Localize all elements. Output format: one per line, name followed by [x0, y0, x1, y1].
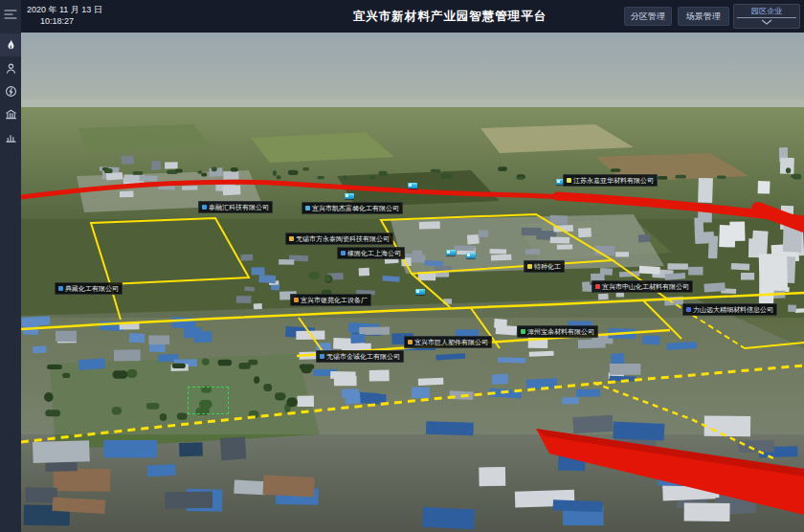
map-company-label[interactable]: 特种化工 — [524, 260, 565, 273]
map-company-label[interactable]: 宜兴市中山化工材料有限公司 — [592, 280, 693, 293]
scene-manage-button[interactable]: 场景管理 — [678, 7, 729, 26]
company-marker-icon — [294, 298, 299, 302]
sidebar-item-menu[interactable] — [0, 3, 21, 26]
sidebar-item-user[interactable] — [0, 56, 21, 79]
vehicle-marker[interactable] — [446, 250, 456, 255]
company-marker-icon — [289, 236, 294, 241]
company-label-text: 特种化工 — [534, 262, 561, 271]
company-label-text: 宜兴市凯杰富馨化工有限公司 — [312, 204, 399, 212]
top-header-bar: 2020 年 11 月 13 日 10:18:27 宜兴市新材料产业园智慧管理平… — [0, 0, 804, 33]
company-marker-icon — [527, 264, 532, 269]
company-label-text: 宜兴市巨人塑件有限公司 — [414, 338, 488, 346]
chevron-down-icon — [761, 19, 772, 25]
map-company-label[interactable]: 无锡市方永泰陶瓷科技有限公司 — [285, 233, 393, 245]
map-company-label[interactable]: 宜兴市银苑化工设备厂 — [290, 294, 371, 306]
company-marker-icon — [567, 178, 571, 183]
datetime-block: 2020 年 11 月 13 日 10:18:27 — [27, 4, 102, 27]
sidebar-item-statistics[interactable] — [0, 125, 21, 148]
company-marker-icon — [58, 286, 63, 291]
company-marker-icon — [341, 251, 346, 255]
vehicle-marker[interactable] — [408, 183, 417, 188]
company-label-text: 无锡市方永泰陶瓷科技有限公司 — [296, 234, 390, 243]
company-label-text: 泰融汇科技有限公司 — [209, 203, 269, 211]
partition-manage-button[interactable]: 分区管理 — [624, 7, 672, 26]
map-company-label[interactable]: 宜兴市巨人塑件有限公司 — [404, 336, 492, 348]
vehicle-marker[interactable] — [415, 289, 425, 295]
dropdown-label: 园区企业 — [751, 6, 782, 16]
map-company-label[interactable]: 橡固化工上海公司 — [337, 247, 405, 259]
map-3d-viewport[interactable]: 泰融汇科技有限公司 宜兴市凯杰富馨化工有限公司 无锡市方永泰陶瓷科技有限公司 橡… — [21, 33, 804, 532]
current-date: 2020 年 11 月 13 日 — [27, 4, 102, 15]
sidebar-item-factory[interactable] — [0, 102, 21, 125]
power-icon — [5, 85, 17, 98]
dropdown-divider — [737, 17, 796, 18]
company-label-text: 无锡市金诚化工有限公司 — [326, 352, 400, 361]
company-label-text: 典藏化工有限公司 — [65, 284, 119, 293]
map-company-label[interactable]: 典藏化工有限公司 — [55, 282, 123, 295]
map-company-label[interactable]: 宜兴市凯杰富馨化工有限公司 — [302, 202, 403, 214]
map-selection-rect[interactable] — [188, 387, 229, 414]
company-marker-icon — [595, 284, 600, 289]
company-label-text: 力山远大精细材料信息公司 — [693, 305, 773, 314]
company-marker-icon — [320, 354, 324, 359]
bar-chart-icon — [5, 131, 17, 144]
company-label-text: 橡固化工上海公司 — [347, 249, 401, 257]
map-company-label[interactable]: 江苏永嘉亚华材料有限公司 — [563, 174, 658, 187]
company-marker-icon — [521, 329, 525, 334]
factory-icon — [5, 108, 17, 121]
map-company-label[interactable]: 潭州宝余材料有限公司 — [517, 325, 598, 338]
map-company-label[interactable]: 泰融汇科技有限公司 — [198, 201, 273, 213]
left-toolbar — [0, 0, 21, 532]
park-enterprise-dropdown[interactable]: 园区企业 — [733, 4, 800, 29]
sidebar-item-fire[interactable] — [0, 33, 21, 56]
menu-icon — [4, 9, 17, 20]
company-label-text: 宜兴市银苑化工设备厂 — [301, 296, 368, 304]
vehicle-marker[interactable] — [466, 253, 476, 258]
map-company-label[interactable]: 力山远大精细材料信息公司 — [682, 303, 777, 316]
company-marker-icon — [305, 206, 310, 211]
fire-icon — [5, 38, 17, 52]
map-company-label[interactable]: 无锡市金诚化工有限公司 — [316, 350, 404, 363]
company-label-text: 江苏永嘉亚华材料有限公司 — [573, 176, 654, 185]
company-marker-icon — [408, 340, 413, 344]
company-label-text: 宜兴市中山化工材料有限公司 — [602, 282, 689, 291]
user-icon — [5, 62, 17, 75]
page-title: 宜兴市新材料产业园智慧管理平台 — [353, 9, 547, 25]
company-marker-icon — [686, 307, 691, 312]
vehicle-marker[interactable] — [345, 193, 354, 199]
company-marker-icon — [202, 205, 207, 210]
sidebar-item-power[interactable] — [0, 79, 21, 102]
company-label-text: 潭州宝余材料有限公司 — [527, 327, 594, 336]
current-time: 10:18:27 — [40, 15, 102, 27]
